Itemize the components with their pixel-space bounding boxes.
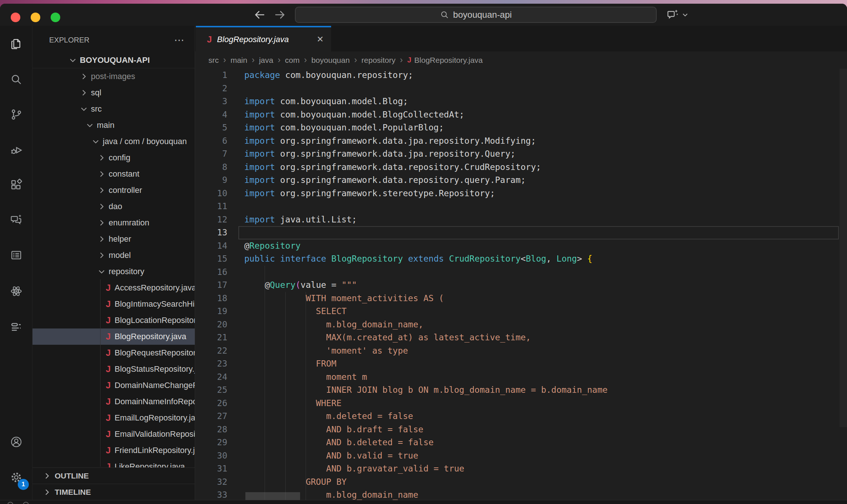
run-debug-icon[interactable]: [0, 136, 33, 164]
breadcrumb-item[interactable]: boyouquan: [311, 56, 350, 65]
command-center-search[interactable]: boyouquan-api: [295, 7, 657, 23]
tree-item-main[interactable]: main: [33, 117, 195, 133]
code-line-19[interactable]: 19 SELECT: [195, 305, 847, 318]
line-number[interactable]: 11: [195, 200, 238, 213]
tree-item-dao[interactable]: dao: [33, 198, 195, 215]
line-number[interactable]: 21: [195, 331, 238, 344]
copilot-chat-icon[interactable]: [666, 8, 679, 21]
line-number[interactable]: 23: [195, 357, 238, 371]
tree-item-emailvalidationreposit-[interactable]: JEmailValidationReposit...: [33, 426, 195, 442]
code-line-27[interactable]: 27 m.deleted = false: [195, 410, 847, 423]
traffic-light-zoom[interactable]: [51, 13, 60, 22]
code-line-18[interactable]: 18 WITH moment_activities AS (: [195, 292, 847, 305]
line-number[interactable]: 32: [195, 476, 238, 489]
atom-icon[interactable]: [0, 277, 33, 305]
tree-item-bloglocationrepositor-[interactable]: JBlogLocationRepositor...: [33, 312, 195, 328]
code-line-31[interactable]: 31 AND b.gravatar_valid = true: [195, 462, 847, 476]
code-line-16[interactable]: 16: [195, 266, 847, 279]
line-number[interactable]: 10: [195, 187, 238, 200]
line-number[interactable]: 24: [195, 371, 238, 384]
line-number[interactable]: 7: [195, 147, 238, 161]
code-line-20[interactable]: 20 m.blog_domain_name,: [195, 318, 847, 331]
line-number[interactable]: 27: [195, 410, 238, 423]
code-line-30[interactable]: 30 AND b.valid = true: [195, 449, 847, 463]
tree-item-domainnameinforepos-[interactable]: JDomainNameInfoRepos...: [33, 394, 195, 410]
line-number[interactable]: 33: [195, 488, 238, 500]
tree-item-sql[interactable]: sql: [33, 85, 195, 101]
tree-item-config[interactable]: config: [33, 150, 195, 166]
line-number[interactable]: 17: [195, 279, 238, 292]
breadcrumb-item[interactable]: com: [285, 56, 300, 65]
traffic-light-minimize[interactable]: [31, 13, 40, 22]
traffic-light-close[interactable]: [11, 13, 20, 22]
line-number[interactable]: 19: [195, 305, 238, 318]
code-line-11[interactable]: 11: [195, 200, 847, 213]
tree-item-blogstatusrepository-j-[interactable]: JBlogStatusRepository.j...: [33, 361, 195, 377]
code-line-5[interactable]: 5import com.boyouquan.model.PopularBlog;: [195, 121, 847, 134]
tree-item-java-com-boyouquan[interactable]: java / com / boyouquan: [33, 133, 195, 150]
code-line-6[interactable]: 6import org.springframework.data.jpa.rep…: [195, 134, 847, 148]
tree-item-constant[interactable]: constant: [33, 166, 195, 182]
explorer-icon[interactable]: [0, 30, 33, 58]
code-line-26[interactable]: 26 WHERE: [195, 397, 847, 410]
account-icon[interactable]: [0, 428, 33, 456]
line-number[interactable]: 4: [195, 108, 238, 122]
tree-item-blogintimacysearchhis-[interactable]: JBlogIntimacySearchHis...: [33, 296, 195, 312]
status-glyph[interactable]: [7, 502, 13, 504]
tree-item-repository[interactable]: repository: [33, 263, 195, 280]
code-line-9[interactable]: 9import org.springframework.data.reposit…: [195, 174, 847, 187]
output-icon[interactable]: [0, 313, 33, 341]
extensions-icon[interactable]: [0, 171, 33, 199]
breadcrumb-item[interactable]: main: [231, 56, 248, 65]
line-number[interactable]: 12: [195, 213, 238, 227]
ellipsis-icon[interactable]: ⋯: [174, 32, 185, 48]
line-number[interactable]: 2: [195, 82, 238, 95]
line-number[interactable]: 25: [195, 384, 238, 397]
tree-item-enumration[interactable]: enumration: [33, 215, 195, 231]
line-number[interactable]: 9: [195, 174, 238, 187]
outline-section[interactable]: OUTLINE: [33, 467, 195, 484]
line-number[interactable]: 31: [195, 462, 238, 476]
line-number[interactable]: 26: [195, 397, 238, 410]
code-line-25[interactable]: 25 INNER JOIN blog b ON m.blog_domain_na…: [195, 384, 847, 397]
line-number[interactable]: 28: [195, 423, 238, 436]
close-icon[interactable]: ✕: [317, 34, 324, 44]
search-sidebar-icon[interactable]: [0, 65, 33, 93]
chat-icon[interactable]: [0, 205, 33, 234]
code-line-3[interactable]: 3import com.boyouquan.model.Blog;: [195, 95, 847, 108]
code-line-32[interactable]: 32 GROUP BY: [195, 476, 847, 489]
line-number[interactable]: 16: [195, 266, 238, 279]
code-line-13[interactable]: 13: [195, 226, 847, 239]
tree-item-boyouquan-api[interactable]: BOYOUQUAN-API: [33, 52, 195, 68]
code-line-15[interactable]: 15public interface BlogRepository extend…: [195, 252, 847, 266]
line-number[interactable]: 1: [195, 69, 238, 82]
tree-item-blogrequestrepository-[interactable]: JBlogRequestRepository...: [33, 345, 195, 361]
code-line-28[interactable]: 28 AND b.draft = false: [195, 423, 847, 436]
line-number[interactable]: 8: [195, 161, 238, 174]
code-line-24[interactable]: 24 moment m: [195, 371, 847, 384]
code-line-1[interactable]: 1package com.boyouquan.repository;: [195, 69, 847, 82]
breadcrumb-item[interactable]: repository: [361, 56, 395, 65]
code-line-14[interactable]: 14@Repository: [195, 239, 847, 253]
tree-item-domainnamechanger-[interactable]: JDomainNameChangeR...: [33, 377, 195, 394]
back-arrow-icon[interactable]: [253, 8, 266, 21]
line-number[interactable]: 18: [195, 292, 238, 305]
line-number[interactable]: 15: [195, 252, 238, 266]
code-line-21[interactable]: 21 MAX(m.created_at) as latest_active_ti…: [195, 331, 847, 344]
line-number[interactable]: 13: [195, 226, 238, 239]
code-line-8[interactable]: 8import org.springframework.data.reposit…: [195, 161, 847, 174]
code-line-23[interactable]: 23 FROM: [195, 357, 847, 371]
code-line-4[interactable]: 4import com.boyouquan.model.BlogCollecte…: [195, 108, 847, 122]
breadcrumb-item[interactable]: JBlogRepository.java: [407, 56, 483, 65]
line-number[interactable]: 14: [195, 239, 238, 253]
line-number[interactable]: 22: [195, 344, 238, 358]
line-number[interactable]: 5: [195, 121, 238, 134]
tree-item-accessrepository-java[interactable]: JAccessRepository.java: [33, 280, 195, 296]
tree-item-likerepository-java[interactable]: JLikeRepository.java: [33, 459, 195, 467]
settings-gear-icon[interactable]: 1: [0, 463, 33, 491]
chevron-down-icon[interactable]: [681, 11, 689, 18]
code-line-17[interactable]: 17 @Query(value = """: [195, 279, 847, 292]
breadcrumb-item[interactable]: src: [208, 56, 219, 65]
line-number[interactable]: 30: [195, 449, 238, 463]
code-line-2[interactable]: 2: [195, 82, 847, 95]
